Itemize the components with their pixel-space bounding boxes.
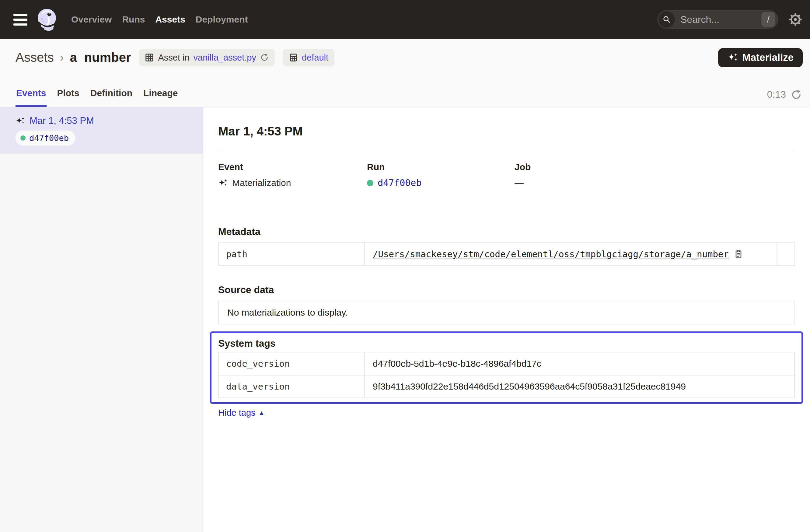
nav-item-deployment[interactable]: Deployment — [196, 14, 248, 25]
reload-definition-icon[interactable] — [260, 53, 269, 62]
job-column-label: Job — [515, 162, 795, 173]
events-sidebar: Mar 1, 4:53 PM d47f00eb — [0, 108, 203, 532]
metadata-heading: Metadata — [218, 226, 795, 238]
clipboard-icon — [734, 249, 743, 259]
materialize-button-label: Materialize — [742, 52, 794, 63]
run-status-dot-icon — [367, 180, 373, 186]
metadata-path-link[interactable]: /Users/smackesey/stm/code/elementl/oss/t… — [373, 249, 729, 259]
source-data-empty-state: No materializations to display. — [218, 301, 795, 324]
metadata-key: path — [219, 243, 365, 265]
tab-lineage[interactable]: Lineage — [143, 88, 178, 107]
group-default-link[interactable]: default — [302, 53, 328, 63]
event-type-value: Materialization — [232, 177, 291, 188]
refresh-icon — [791, 89, 802, 100]
source-data-empty-text: No materializations to display. — [227, 307, 348, 318]
event-title: Mar 1, 4:53 PM — [218, 124, 795, 139]
copy-button[interactable] — [734, 249, 743, 259]
materialize-button[interactable]: Materialize — [718, 48, 803, 67]
settings-button[interactable] — [788, 12, 803, 27]
table-row: data_version 9f3b411a390fd22e158d446d5d1… — [219, 375, 794, 398]
search-input[interactable]: Search... / — [657, 10, 778, 29]
tab-definition[interactable]: Definition — [90, 88, 133, 107]
hamburger-menu-icon[interactable] — [13, 14, 27, 26]
nav-item-overview[interactable]: Overview — [71, 14, 112, 25]
breadcrumb-assets-link[interactable]: Assets — [16, 50, 54, 65]
hide-tags-link[interactable]: Hide tags ▲ — [218, 407, 264, 418]
divider — [218, 151, 795, 151]
system-tags-highlight-box: System tags code_version d47f00eb-5d1b-4… — [210, 332, 803, 404]
asset-tabs: Events Plots Definition Lineage 0:13 — [0, 76, 810, 108]
asset-definition-pill: Asset in vanilla_asset.py — [139, 49, 275, 66]
event-timestamp-link[interactable]: Mar 1, 4:53 PM — [30, 115, 94, 126]
search-placeholder: Search... — [680, 14, 719, 25]
refresh-button[interactable] — [791, 89, 802, 100]
job-empty-value: — — [515, 177, 524, 188]
asset-pill-prefix: Asset in — [158, 53, 189, 63]
hide-tags-label: Hide tags — [218, 407, 256, 418]
tag-value: d47f00eb-5d1b-4e9e-b18c-4896af4bd17c — [373, 358, 541, 369]
asset-file-link[interactable]: vanilla_asset.py — [194, 53, 256, 63]
table-row: path /Users/smackesey/stm/code/elementl/… — [219, 243, 794, 265]
materialization-sparkle-icon — [16, 117, 25, 125]
nav-item-runs[interactable]: Runs — [122, 14, 145, 25]
group-grid-icon — [289, 53, 298, 62]
gear-icon — [788, 12, 803, 27]
search-icon — [659, 11, 675, 28]
tag-key: data_version — [219, 375, 365, 398]
tab-events[interactable]: Events — [16, 88, 47, 107]
asset-page-header: Assets › a_number Asset in vanilla_asset… — [0, 39, 810, 76]
event-list-item[interactable]: Mar 1, 4:53 PM d47f00eb — [0, 108, 202, 154]
tag-value: 9f3b411a390fd22e158d446d5d12504963596aa6… — [373, 381, 686, 392]
system-tags-heading: System tags — [218, 337, 795, 350]
source-data-heading: Source data — [218, 284, 795, 296]
primary-nav: Overview Runs Assets Deployment — [71, 14, 248, 25]
event-column-label: Event — [218, 162, 367, 173]
metadata-table: path /Users/smackesey/stm/code/elementl/… — [218, 242, 795, 266]
event-summary: Event Materialization Run d47f00eb — [218, 162, 795, 188]
system-tags-table: code_version d47f00eb-5d1b-4e9e-b18c-489… — [218, 352, 795, 398]
table-row: code_version d47f00eb-5d1b-4e9e-b18c-489… — [219, 352, 794, 375]
run-status-dot-icon — [20, 135, 26, 141]
dagster-logo-icon[interactable] — [35, 7, 59, 31]
run-id-badge[interactable]: d47f00eb — [16, 131, 76, 145]
breadcrumb-asset-name: a_number — [70, 50, 131, 65]
nav-item-assets[interactable]: Assets — [155, 14, 185, 25]
chevron-up-icon: ▲ — [259, 407, 265, 418]
search-shortcut-badge: / — [761, 12, 775, 27]
run-id-link[interactable]: d47f00eb — [378, 177, 422, 188]
run-id-text: d47f00eb — [29, 133, 69, 143]
tag-key: code_version — [219, 352, 365, 375]
asset-group-pill: default — [283, 49, 335, 66]
top-navbar: Overview Runs Assets Deployment Search..… — [0, 0, 810, 39]
run-column-label: Run — [367, 162, 515, 173]
refresh-countdown: 0:13 — [767, 89, 786, 100]
table-action-cell — [777, 243, 794, 265]
tab-plots[interactable]: Plots — [56, 88, 80, 107]
sparkle-icon — [727, 53, 738, 62]
asset-grid-icon — [145, 53, 154, 62]
event-detail-panel: Mar 1, 4:53 PM Event Materialization Run — [203, 108, 810, 532]
breadcrumb-separator: › — [60, 51, 64, 64]
materialization-sparkle-icon — [218, 179, 228, 187]
